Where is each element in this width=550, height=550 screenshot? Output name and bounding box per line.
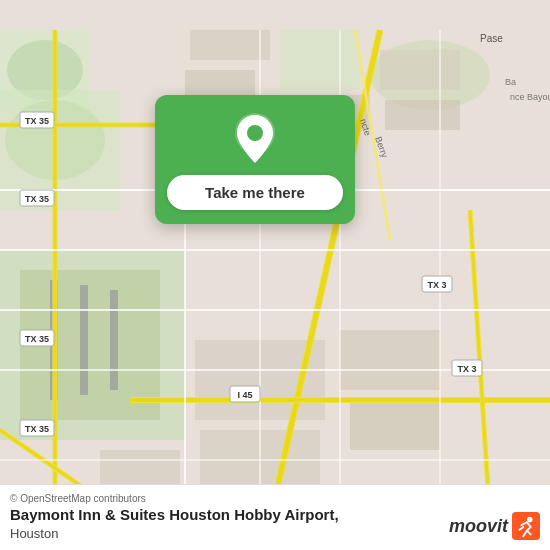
svg-text:Pase: Pase xyxy=(480,33,503,44)
location-pin-icon xyxy=(233,113,277,165)
copyright-text: © OpenStreetMap contributors xyxy=(10,493,540,504)
svg-text:TX 3: TX 3 xyxy=(457,364,476,374)
svg-point-70 xyxy=(527,517,533,523)
map-container: TX 35 TX 35 TX 35 TX 35 I 45 I 45 TX 3 T… xyxy=(0,0,550,550)
svg-text:nce Bayou: nce Bayou xyxy=(510,92,550,102)
moovit-text: moovit xyxy=(449,516,508,537)
svg-point-68 xyxy=(247,125,263,141)
svg-text:Ba: Ba xyxy=(505,77,516,87)
svg-text:TX 35: TX 35 xyxy=(25,424,49,434)
svg-text:TX 35: TX 35 xyxy=(25,194,49,204)
svg-rect-13 xyxy=(185,70,255,95)
map-background: TX 35 TX 35 TX 35 TX 35 I 45 I 45 TX 3 T… xyxy=(0,0,550,550)
svg-rect-9 xyxy=(110,290,118,390)
svg-rect-19 xyxy=(340,330,440,390)
take-me-there-button[interactable]: Take me there xyxy=(167,175,343,210)
location-name: Baymont Inn & Suites Houston Hobby Airpo… xyxy=(10,506,339,523)
svg-rect-69 xyxy=(512,512,540,540)
svg-text:I 45: I 45 xyxy=(237,390,252,400)
svg-rect-12 xyxy=(190,30,270,60)
moovit-brand-icon xyxy=(512,512,540,540)
svg-text:TX 35: TX 35 xyxy=(25,116,49,126)
location-card: Take me there xyxy=(155,95,355,224)
svg-rect-8 xyxy=(80,285,88,395)
svg-rect-17 xyxy=(385,100,460,130)
svg-text:TX 3: TX 3 xyxy=(427,280,446,290)
svg-rect-16 xyxy=(380,50,460,90)
info-bar: © OpenStreetMap contributors Baymont Inn… xyxy=(0,484,550,550)
moovit-logo: moovit xyxy=(449,512,540,540)
svg-rect-20 xyxy=(350,400,440,450)
svg-text:TX 35: TX 35 xyxy=(25,334,49,344)
location-city: Houston xyxy=(10,526,58,541)
svg-rect-10 xyxy=(280,30,360,90)
